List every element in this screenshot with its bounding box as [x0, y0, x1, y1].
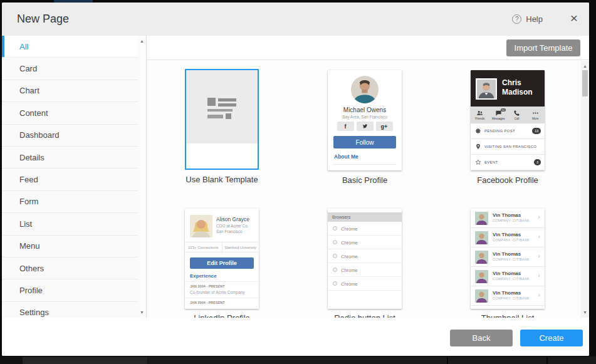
template-panel: Import Template Use Blank Template [147, 36, 589, 318]
sidebar-item-settings[interactable]: Settings [2, 302, 146, 318]
friends-icon [476, 110, 483, 117]
page-title: New Page [17, 13, 69, 26]
person-name: Chris Madison [502, 78, 533, 97]
chevron-right-icon: › [538, 233, 540, 240]
twitter-icon [357, 122, 374, 131]
template-label: Facebook Profile [439, 175, 577, 185]
avatar [476, 78, 497, 100]
sidebar-item-label: All [19, 42, 28, 51]
messages-badge: 10 [501, 108, 506, 112]
template-card-radio-list[interactable]: Browsers Chrome Chrome Chrome Chrome Chr… [328, 209, 402, 309]
avatar [351, 76, 379, 103]
template-card-thumbnail-list[interactable]: Vin Thomas COMPANY: CITIBANK › Vin Thoma… [471, 209, 545, 309]
scrollbar-down-icon[interactable]: ▼ [138, 310, 146, 315]
radio-icon [333, 281, 337, 286]
gear-icon [475, 128, 481, 134]
back-button[interactable]: Back [450, 330, 513, 346]
template-toolbar: Import Template [147, 36, 589, 60]
divider [185, 281, 259, 282]
more-icon [532, 110, 539, 117]
experience-heading: Experience [190, 273, 217, 279]
avatar [475, 289, 488, 303]
about-me-link: About Me [334, 153, 358, 160]
messages-action: 10 Messages [489, 107, 508, 123]
avatar [475, 251, 488, 264]
sidebar-item-list[interactable]: List [2, 213, 146, 235]
sidebar-item-label: Content [19, 108, 48, 118]
template-label: Thumbnail List [439, 313, 577, 318]
chevron-right-icon: › [538, 214, 540, 221]
profile-header: Chris Madison [471, 70, 545, 107]
radio-icon [333, 254, 337, 258]
background-app-bottom [0, 356, 596, 364]
location-pin-icon [475, 143, 481, 150]
person-name: Michael Owens [328, 107, 402, 113]
template-card-blank[interactable] [185, 69, 259, 170]
avatar [475, 231, 488, 244]
sidebar-item-label: List [19, 219, 32, 229]
sidebar-item-card[interactable]: Card [2, 58, 146, 80]
create-button[interactable]: Create [520, 330, 583, 346]
screen: New Page ? Help × All Card Chart Content… [0, 0, 596, 364]
template-grid: Use Blank Template Michael Owens Bay Are… [147, 61, 581, 318]
list-item: Vin Thomas COMPANY: CITIBANK › [471, 228, 545, 247]
person-name: Alison Grayce [216, 216, 249, 222]
more-action: More [526, 107, 545, 123]
sidebar-item-form[interactable]: Form [2, 191, 146, 213]
avatar [190, 215, 212, 237]
sidebar-item-menu[interactable]: Menu [2, 236, 146, 257]
chevron-right-icon: › [538, 252, 540, 259]
template-grid-scrollbar[interactable]: ▲ ▼ [581, 61, 589, 318]
pending-post-badge: 13 [532, 128, 541, 134]
school-stat: Stanford University [222, 242, 259, 252]
sidebar-item-label: Others [19, 264, 44, 273]
new-page-dialog: New Page ? Help × All Card Chart Content… [2, 3, 589, 356]
list-item: Vin Thomas COMPANY: CITIBANK › [471, 267, 545, 286]
social-buttons: f g+ [328, 122, 402, 131]
google-plus-icon: g+ [376, 122, 393, 131]
close-icon[interactable]: × [570, 11, 578, 25]
radio-icon [333, 226, 337, 231]
person-city: San Francisco [216, 229, 243, 234]
template-card-linkedin-profile[interactable]: Alison Grayce CDO at Acme Co. San Franci… [185, 209, 259, 309]
visiting-row: VISITING SAN FRANCISCO [471, 139, 545, 155]
scrollbar-down-icon[interactable]: ▼ [581, 310, 589, 315]
call-icon [513, 110, 520, 117]
scrollbar-up-icon[interactable]: ▲ [581, 64, 589, 68]
template-label: Use Blank Template [153, 175, 291, 184]
sidebar-item-label: Card [19, 64, 37, 73]
sidebar-item-dashboard[interactable]: Dashboard [2, 125, 146, 147]
background-block [23, 357, 147, 364]
chevron-right-icon: › [538, 272, 540, 279]
sidebar-item-feed[interactable]: Feed [2, 169, 146, 190]
template-card-facebook-profile[interactable]: Chris Madison Friends 10 Messages [471, 70, 545, 170]
profile-stats: 123+ Connections Stanford University [185, 242, 259, 252]
sidebar-item-label: Chart [19, 86, 39, 95]
sidebar-scrollbar[interactable]: ▲ ▼ [138, 36, 146, 318]
sidebar-item-chart[interactable]: Chart [2, 80, 146, 102]
sidebar-item-label: Profile [19, 286, 43, 295]
list-item: Vin Thomas COMPANY: CITIBANK › [471, 247, 545, 267]
avatar [475, 212, 488, 225]
help-button[interactable]: ? Help [512, 14, 543, 24]
sidebar-item-label: Details [19, 153, 44, 162]
list-item: Chrome [328, 277, 402, 291]
scrollbar-thumb[interactable] [582, 70, 588, 96]
template-card-basic-profile[interactable]: Michael Owens Bay Area, San Francisco f … [328, 70, 402, 170]
sidebar-item-all[interactable]: All [2, 36, 146, 58]
sidebar-item-profile[interactable]: Profile [2, 279, 146, 301]
sidebar-item-label: Form [19, 197, 38, 206]
divider [185, 298, 259, 298]
connections-stat: 123+ Connections [185, 242, 222, 252]
scrollbar-up-icon[interactable]: ▲ [138, 39, 146, 43]
background-block [148, 357, 596, 364]
help-label: Help [526, 14, 543, 24]
radio-list: Chrome Chrome Chrome Chrome Chrome [328, 222, 402, 291]
import-template-button[interactable]: Import Template [506, 39, 580, 56]
sidebar-item-details[interactable]: Details [2, 147, 146, 169]
divider [333, 164, 397, 165]
sidebar-item-content[interactable]: Content [2, 102, 146, 124]
list-item: Chrome [328, 263, 402, 277]
sidebar-item-others[interactable]: Others [2, 257, 146, 279]
person-location: Bay Area, San Francisco [328, 115, 402, 119]
